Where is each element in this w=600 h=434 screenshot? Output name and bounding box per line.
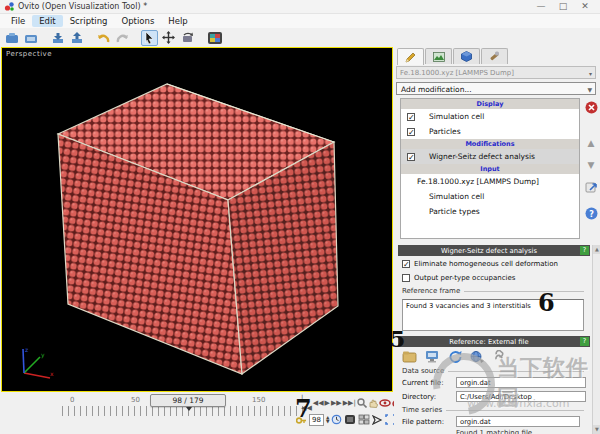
redo-icon[interactable] — [114, 30, 131, 46]
render-image-icon[interactable] — [206, 30, 223, 46]
svg-text:?: ? — [589, 209, 594, 218]
move-modifier-down-button[interactable]: ▼ — [584, 158, 598, 172]
pipeline-item-wigner-seitz[interactable]: Wigner-Seitz defect analysis — [401, 149, 579, 164]
animation-settings-icon[interactable] — [331, 410, 342, 429]
reload-frame-icon[interactable] — [448, 348, 462, 367]
window-title: Ovito (Open Visualization Tool) * — [18, 2, 530, 11]
chevron-down-icon: ▾ — [589, 70, 592, 77]
pipeline-input-file[interactable]: Fe.18.1000.xyz [LAMMPS Dump] — [401, 174, 579, 189]
ws-panel-title: Wigner-Seitz defect analysis — [398, 247, 580, 255]
timeline-slider-handle[interactable]: 98 / 179 — [150, 394, 226, 407]
frame-spin-arrows[interactable]: ▲▼ — [326, 416, 329, 424]
pipeline-input-simulation-cell[interactable]: Simulation cell — [401, 189, 579, 204]
menu-help[interactable]: Help — [161, 15, 194, 27]
next-frame-button[interactable]: ▶▶ — [331, 398, 342, 408]
pipeline-input-particle-types[interactable]: Particle types — [401, 204, 579, 219]
pick-remote-file-icon[interactable] — [425, 348, 440, 367]
eliminate-deformation-option[interactable]: Eliminate homogeneous cell deformation — [402, 260, 558, 268]
undo-icon[interactable] — [95, 30, 112, 46]
checkbox[interactable] — [402, 274, 410, 282]
reference-panel-header[interactable]: Reference: External file ? — [398, 336, 590, 347]
maximize-button[interactable]: □ — [552, 0, 574, 13]
checkbox[interactable] — [407, 153, 415, 161]
pipeline-section-modifications: Modifications — [401, 139, 579, 149]
checkbox[interactable] — [407, 128, 415, 136]
command-panel: Fe.18.1000.xyz [LAMMPS Dump] ▾ Add modif… — [394, 47, 600, 434]
animation-bar: 0 50 150 98 / 179 |◀◀ ◀◀ ▶ ▶▶ ▶▶| 98 ▲▼ — [0, 393, 393, 434]
delete-modifier-button[interactable] — [584, 100, 598, 114]
tick-label-0: 0 — [70, 396, 74, 404]
per-type-occupancies-option[interactable]: Output per-type occupancies — [402, 274, 515, 282]
pipeline-list: Display Simulation cell Particles Modifi… — [400, 98, 580, 239]
add-modification-label: Add modification... — [401, 85, 472, 94]
scroll-up-icon[interactable]: ▲ — [593, 245, 600, 254]
import-file-icon[interactable] — [49, 30, 66, 46]
pipeline-side-buttons: ▲ ▼ ? — [583, 98, 599, 238]
ws-help-icon[interactable]: ? — [580, 246, 589, 255]
pipeline-item-simulation-cell[interactable]: Simulation cell — [401, 109, 579, 124]
file-pattern-label: File pattern: — [402, 418, 444, 426]
3d-viewport[interactable]: Perspective — [1, 47, 393, 392]
command-arrow-icon[interactable] — [372, 410, 383, 429]
selection-mode-icon[interactable] — [141, 30, 158, 46]
menu-bar: File Edit Scripting Options Help — [0, 14, 600, 28]
render-active-viewport-icon[interactable] — [344, 410, 356, 429]
jump-end-button[interactable]: ▶▶| — [343, 398, 356, 408]
menu-scripting[interactable]: Scripting — [63, 15, 115, 27]
reference-help-icon[interactable]: ? — [580, 337, 589, 346]
menu-edit[interactable]: Edit — [32, 15, 62, 27]
tab-modify[interactable] — [397, 48, 424, 65]
playback-controls: |◀◀ ◀◀ ▶ ▶▶ ▶▶| — [301, 396, 391, 409]
timeline-slider-notch — [186, 407, 192, 411]
current-file-field[interactable]: orgin.dat — [456, 377, 586, 388]
data-source-group: Data source — [402, 367, 584, 375]
rotate-mode-icon[interactable] — [179, 30, 196, 46]
menu-file[interactable]: File — [4, 15, 32, 27]
file-pattern-field[interactable]: orgin.dat — [456, 416, 580, 427]
panel-scrollbar[interactable]: ▲ ▼ — [592, 245, 600, 434]
match-status: Found 1 matching file — [456, 429, 532, 434]
dataset-selector[interactable]: Fe.18.1000.xyz [LAMMPS Dump] ▾ — [396, 66, 596, 79]
move-mode-icon[interactable] — [160, 30, 177, 46]
chevron-down-icon: ▼ — [587, 86, 592, 93]
checkbox[interactable] — [402, 260, 410, 268]
reference-frame-group: Reference frame — [402, 287, 584, 295]
ws-panel-header[interactable]: Wigner-Seitz defect analysis ? — [398, 245, 590, 256]
open-remote-file-icon[interactable] — [22, 30, 39, 46]
callout-7: 7 — [295, 394, 312, 423]
checkbox[interactable] — [407, 113, 415, 121]
viewport-layout-icon[interactable] — [358, 410, 370, 429]
minimize-button[interactable]: — — [530, 0, 552, 13]
tab-render[interactable] — [425, 48, 452, 64]
update-time-series-icon[interactable] — [470, 348, 485, 367]
close-button[interactable]: ✕ — [574, 0, 596, 13]
callout-5: 5 — [390, 326, 405, 352]
store-link-icon[interactable] — [493, 348, 507, 367]
prev-frame-button[interactable]: ◀◀ — [313, 398, 324, 408]
pipeline-section-display: Display — [401, 99, 579, 109]
main-toolbar — [0, 28, 600, 47]
directory-label: Directory: — [402, 393, 436, 401]
svg-text:z: z — [25, 346, 28, 353]
svg-text:y: y — [41, 351, 45, 359]
tab-overlays[interactable] — [453, 48, 480, 64]
pipeline-item-particles[interactable]: Particles — [401, 124, 579, 139]
current-file-label: Current file: — [402, 379, 444, 387]
reference-panel-title: Reference: External file — [398, 338, 580, 346]
open-file-icon[interactable] — [3, 30, 20, 46]
directory-field[interactable]: C:/Users/Adi/Desktop — [456, 391, 586, 402]
tab-utilities[interactable] — [481, 48, 508, 64]
help-button[interactable]: ? — [584, 206, 598, 220]
svg-text:x: x — [50, 370, 54, 377]
tick-label-50: 50 — [131, 396, 140, 404]
ws-result-text: Found 3 vacancies and 3 interstitials — [406, 302, 531, 310]
export-data-button[interactable] — [584, 180, 598, 194]
timeline-ruler[interactable] — [62, 406, 308, 416]
add-modification-dropdown[interactable]: Add modification... ▼ — [396, 82, 596, 95]
play-button[interactable]: ▶ — [325, 398, 330, 408]
scroll-down-icon[interactable]: ▼ — [593, 425, 600, 434]
menu-options[interactable]: Options — [115, 15, 162, 27]
app-logo-icon — [4, 1, 15, 12]
move-modifier-up-button[interactable]: ▲ — [584, 136, 598, 150]
export-file-icon[interactable] — [68, 30, 85, 46]
